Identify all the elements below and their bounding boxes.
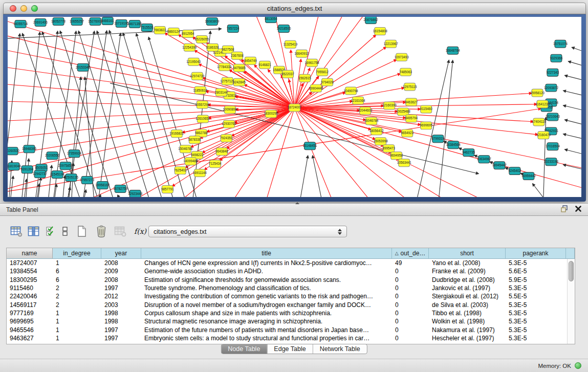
graph-edge[interactable] — [8, 83, 295, 108]
graph-node[interactable]: 16782759 — [113, 185, 128, 193]
graph-node[interactable]: 12195043 — [186, 58, 201, 65]
window-titlebar[interactable]: citations_edges.txt — [3, 3, 586, 14]
graph-node[interactable]: 12213967 — [384, 40, 399, 48]
graph-node[interactable]: 14099489 — [183, 158, 198, 165]
graph-node[interactable]: 8799319 — [431, 135, 444, 143]
graph-node[interactable]: 12160399 — [382, 102, 397, 110]
graph-node[interactable]: 2367608 — [231, 52, 244, 59]
graph-node[interactable]: 10973493 — [395, 53, 409, 61]
graph-node[interactable]: 10634967 — [477, 156, 492, 163]
graph-edge[interactable] — [569, 61, 581, 67]
table-row[interactable]: 1938455462009Genome-wide association stu… — [7, 267, 575, 275]
scrollbar-thumb[interactable] — [569, 261, 574, 281]
table-row[interactable]: 2242004622012Investigating the contribut… — [7, 292, 575, 300]
graph-node[interactable]: 8995473 — [382, 145, 395, 152]
table-row[interactable]: 977716911998Corpus callosum shape and si… — [7, 309, 575, 317]
graph-node[interactable]: 7663822 — [154, 26, 166, 34]
graph-node[interactable]: 12610651 — [195, 115, 210, 123]
graph-node[interactable]: 20206556 — [45, 152, 60, 160]
graph-edge[interactable] — [228, 107, 294, 197]
graph-edge[interactable] — [195, 107, 294, 159]
graph-node[interactable]: 15751074 — [553, 40, 568, 48]
graph-node[interactable]: 9245402 — [509, 167, 521, 175]
graph-node[interactable]: 7485063 — [399, 68, 412, 76]
graph-node[interactable]: 18724007 — [287, 104, 302, 112]
graph-node[interactable]: 14671355 — [127, 20, 142, 28]
apply-selected-icon[interactable] — [43, 224, 58, 238]
graph-node[interactable]: 10090898 — [223, 106, 237, 114]
tab-network-table[interactable]: Network Table — [313, 344, 367, 354]
graph-edge[interactable] — [202, 107, 294, 152]
column-header-year[interactable]: year — [101, 248, 141, 258]
graph-node[interactable]: 15148451 — [303, 142, 318, 150]
graph-node[interactable]: 11325419 — [284, 40, 298, 48]
graph-node[interactable]: 12974739 — [190, 72, 205, 80]
graph-node[interactable]: 9391394 — [21, 166, 34, 173]
graph-edge[interactable] — [8, 107, 295, 139]
graph-node[interactable]: 15226055 — [194, 35, 209, 43]
table-row[interactable]: 946362711997Embryonic stem cells: a mode… — [7, 334, 575, 342]
table-row[interactable]: 1830029562008Estimation of significance … — [7, 276, 575, 284]
graph-edge[interactable] — [533, 184, 543, 197]
graph-node[interactable]: 8186328 — [206, 43, 219, 51]
graph-node[interactable]: 16046784 — [364, 117, 379, 125]
close-button[interactable] — [10, 5, 16, 12]
column-header-title[interactable]: title — [141, 248, 392, 258]
graph-node[interactable]: 2803144 — [215, 89, 228, 96]
graph-node[interactable]: 12975115 — [403, 83, 417, 91]
graph-node[interactable]: 9227343 — [547, 69, 559, 76]
column-header-pagerank[interactable]: pagerank — [506, 248, 566, 258]
graph-node[interactable]: 9694958 — [390, 152, 403, 160]
graph-edge[interactable] — [49, 165, 52, 197]
table-row[interactable]: 1456911722003Disruption of a novel membe… — [7, 300, 575, 309]
graph-edge[interactable] — [572, 47, 581, 52]
graph-node[interactable]: 18300295 — [264, 110, 278, 118]
column-header-short[interactable]: short — [429, 248, 506, 258]
graph-node[interactable]: 12254399 — [182, 43, 197, 51]
graph-node[interactable]: 17957273 — [80, 177, 95, 184]
graph-edge[interactable] — [563, 134, 581, 139]
selection-mode-icon[interactable] — [58, 224, 72, 238]
graph-node[interactable]: 18052778 — [51, 17, 66, 25]
graph-edge[interactable] — [563, 91, 581, 96]
graph-node[interactable]: 9860124 — [167, 28, 180, 35]
graph-node[interactable]: 7857224 — [227, 25, 239, 32]
graph-node[interactable]: 8495794 — [405, 115, 418, 122]
graph-node[interactable]: 12505135 — [64, 174, 79, 182]
graph-node[interactable]: 10557294 — [195, 101, 210, 108]
graph-node[interactable]: 8466161 — [101, 17, 114, 25]
graph-node[interactable]: 1562615 — [298, 74, 311, 82]
graph-node[interactable]: 9242845 — [233, 78, 246, 86]
graph-edge[interactable] — [295, 35, 376, 107]
graph-node[interactable]: 16911144 — [193, 169, 207, 177]
graph-node[interactable]: 9654923 — [401, 129, 413, 137]
graph-node[interactable]: 12942737 — [33, 170, 48, 178]
graph-node[interactable]: 17016504 — [546, 143, 560, 150]
graph-edge[interactable] — [8, 107, 295, 193]
graph-node[interactable]: 7125434 — [209, 160, 222, 168]
graph-node[interactable]: 15046788 — [178, 145, 193, 153]
tab-node-table[interactable]: Node Table — [221, 344, 267, 354]
graph-node[interactable]: 8454749 — [244, 57, 257, 64]
graph-node[interactable]: 9643848 — [215, 148, 228, 156]
table-select-dropdown[interactable]: citations_edges.txt — [148, 226, 347, 237]
graph-edge[interactable] — [301, 156, 308, 197]
column-header-out_de[interactable]: △out_de… — [392, 248, 429, 258]
graph-node[interactable]: 16959442 — [521, 172, 536, 180]
graph-node[interactable]: 9463627 — [405, 98, 418, 106]
graph-edge[interactable] — [8, 34, 20, 197]
close-panel-icon[interactable] — [575, 205, 582, 214]
function-builder-icon[interactable]: f(x) — [130, 224, 150, 238]
graph-edge[interactable] — [100, 194, 101, 197]
graph-node[interactable]: 10563441 — [397, 159, 412, 167]
graph-node[interactable]: 18945447 — [492, 162, 507, 169]
graph-node[interactable]: 15948395 — [22, 145, 37, 153]
delete-table-icon[interactable] — [92, 224, 111, 238]
graph-edge[interactable] — [109, 30, 161, 197]
graph-edge[interactable] — [565, 120, 581, 125]
graph-edge[interactable] — [99, 33, 121, 197]
graph-node[interactable]: 17784333 — [217, 63, 232, 71]
graph-node[interactable]: 16083809 — [205, 17, 220, 25]
graph-node[interactable]: 15958120 — [530, 89, 545, 97]
graph-node[interactable]: 19218506 — [276, 25, 291, 32]
